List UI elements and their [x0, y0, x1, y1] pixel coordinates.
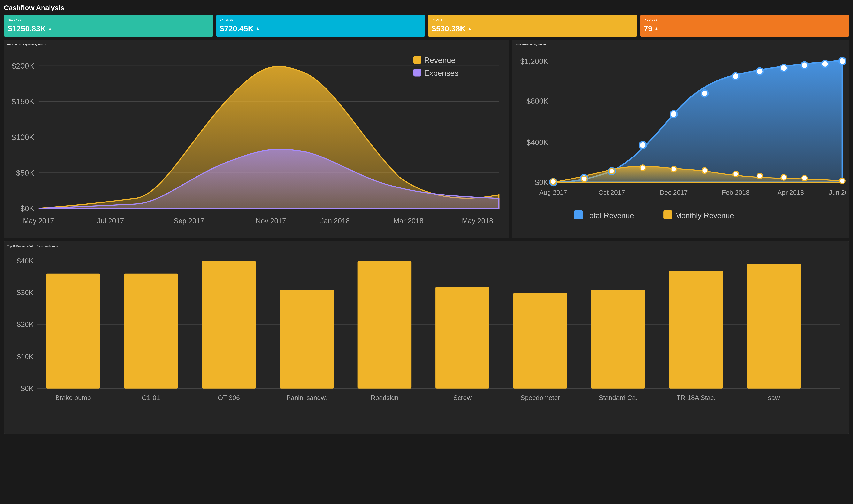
- svg-point-38: [801, 62, 808, 69]
- chart3-svg: $40K $30K $20K $10K $0K Brake pump C1-01…: [7, 250, 846, 430]
- svg-point-48: [757, 173, 763, 179]
- svg-text:May 2018: May 2018: [462, 217, 493, 225]
- svg-point-44: [640, 165, 646, 170]
- svg-text:$0K: $0K: [535, 178, 548, 186]
- kpi-arrow-expense: ▲: [255, 26, 260, 32]
- bar-panini: [280, 290, 334, 389]
- svg-text:Brake pump: Brake pump: [55, 394, 91, 401]
- chart1-title: Revenue vs Expense by Month: [7, 43, 506, 46]
- svg-text:Sep 2017: Sep 2017: [174, 217, 204, 225]
- chart2-title: Total Revenue by Month: [515, 43, 846, 46]
- charts-row: Revenue vs Expense by Month $200K $150K …: [4, 40, 849, 238]
- kpi-card-profit: PROFIT $530.38K ▲: [428, 15, 637, 37]
- svg-text:Revenue: Revenue: [424, 56, 456, 65]
- svg-rect-60: [663, 211, 672, 219]
- kpi-value-revenue: $1250.83K ▲: [8, 24, 210, 33]
- svg-text:Expenses: Expenses: [424, 69, 459, 77]
- svg-point-51: [839, 178, 845, 184]
- chart-revenue-expense: Revenue vs Expense by Month $200K $150K …: [4, 40, 509, 238]
- svg-text:$800K: $800K: [526, 97, 548, 105]
- svg-text:$30K: $30K: [17, 289, 34, 296]
- svg-text:Feb 2018: Feb 2018: [722, 189, 749, 196]
- svg-point-45: [671, 166, 676, 172]
- svg-text:Nov 2017: Nov 2017: [256, 217, 286, 225]
- kpi-arrow-revenue: ▲: [48, 26, 53, 32]
- svg-text:$1,200K: $1,200K: [520, 57, 548, 66]
- bar-roadsign: [358, 261, 412, 389]
- svg-text:$200K: $200K: [12, 61, 34, 70]
- svg-text:C1-01: C1-01: [142, 394, 160, 401]
- svg-text:Oct 2017: Oct 2017: [598, 189, 625, 196]
- svg-point-33: [670, 111, 677, 118]
- bar-speedometer: [513, 293, 567, 389]
- svg-text:saw: saw: [768, 394, 780, 401]
- svg-text:$100K: $100K: [12, 133, 34, 142]
- page-title: Cashflow Analysis: [4, 4, 849, 12]
- kpi-arrow-invoices: ▲: [654, 26, 659, 32]
- chart3-title: Top 10 Products Sold - Based on Invoice: [7, 245, 846, 248]
- svg-text:Mar 2018: Mar 2018: [393, 217, 423, 225]
- svg-text:$50K: $50K: [16, 168, 34, 177]
- bar-c1-01: [124, 273, 178, 389]
- svg-text:Speedometer: Speedometer: [521, 394, 560, 401]
- svg-text:Roadsign: Roadsign: [371, 394, 399, 401]
- chart2-svg: $1,200K $800K $400K $0K: [515, 49, 846, 228]
- kpi-row: REVENUE $1250.83K ▲ EXPENSE $720.45K ▲ P…: [4, 15, 849, 37]
- svg-rect-19: [414, 69, 421, 76]
- svg-point-43: [609, 168, 614, 174]
- kpi-value-invoices: 79 ▲: [644, 24, 846, 33]
- svg-text:Apr 2018: Apr 2018: [777, 189, 804, 196]
- kpi-card-invoices: INVOICES 79 ▲: [640, 15, 849, 37]
- kpi-label-expense: EXPENSE: [220, 18, 421, 21]
- svg-point-35: [732, 73, 739, 80]
- svg-text:$0K: $0K: [20, 204, 34, 213]
- chart1-svg: $200K $150K $100K $50K $0K: [7, 49, 506, 234]
- svg-text:May 2017: May 2017: [23, 217, 54, 225]
- svg-point-34: [701, 90, 708, 97]
- svg-point-46: [702, 168, 707, 173]
- svg-text:Standard Ca.: Standard Ca.: [599, 394, 638, 401]
- kpi-label-revenue: REVENUE: [8, 18, 210, 21]
- bar-saw: [747, 264, 801, 389]
- svg-text:Jul 2017: Jul 2017: [97, 217, 124, 225]
- kpi-arrow-profit: ▲: [467, 26, 472, 32]
- kpi-card-revenue: REVENUE $1250.83K ▲: [4, 15, 213, 37]
- svg-text:$150K: $150K: [12, 97, 34, 106]
- svg-text:Jan 2018: Jan 2018: [321, 217, 350, 225]
- svg-point-39: [822, 60, 829, 67]
- kpi-value-profit: $530.38K ▲: [432, 24, 633, 33]
- kpi-card-expense: EXPENSE $720.45K ▲: [216, 15, 425, 37]
- svg-text:$400K: $400K: [526, 138, 548, 147]
- kpi-value-expense: $720.45K ▲: [220, 24, 421, 33]
- svg-point-47: [733, 171, 738, 177]
- svg-text:Jun 2018: Jun 2018: [829, 189, 846, 196]
- svg-text:Monthly Revenue: Monthly Revenue: [675, 211, 734, 220]
- bar-brake-pump: [46, 273, 100, 389]
- bar-screw: [435, 287, 489, 389]
- svg-point-49: [781, 175, 786, 180]
- svg-point-42: [581, 176, 587, 181]
- svg-text:Dec 2017: Dec 2017: [660, 189, 688, 196]
- chart-top-products: Top 10 Products Sold - Based on Invoice …: [4, 241, 849, 434]
- kpi-label-invoices: INVOICES: [644, 18, 846, 21]
- svg-text:$0K: $0K: [21, 384, 34, 393]
- svg-text:Screw: Screw: [453, 394, 472, 401]
- svg-rect-58: [574, 211, 583, 219]
- svg-text:$20K: $20K: [17, 320, 34, 328]
- svg-text:$10K: $10K: [17, 353, 34, 361]
- bar-standard-ca: [591, 290, 645, 389]
- svg-text:TR-18A Stac.: TR-18A Stac.: [676, 394, 715, 401]
- svg-text:OT-306: OT-306: [218, 394, 240, 401]
- bar-ot-306: [202, 261, 256, 389]
- svg-text:Total Revenue: Total Revenue: [585, 211, 634, 220]
- svg-text:$40K: $40K: [17, 257, 34, 265]
- bar-tr18a: [669, 271, 723, 389]
- svg-rect-17: [414, 56, 421, 64]
- svg-point-50: [802, 175, 807, 181]
- svg-text:Aug 2017: Aug 2017: [539, 189, 567, 196]
- kpi-label-profit: PROFIT: [432, 18, 633, 21]
- svg-text:Panini sandw.: Panini sandw.: [286, 394, 327, 401]
- chart-total-revenue: Total Revenue by Month $1,200K $800K $40…: [512, 40, 849, 238]
- svg-point-41: [550, 179, 556, 184]
- svg-point-32: [639, 142, 646, 148]
